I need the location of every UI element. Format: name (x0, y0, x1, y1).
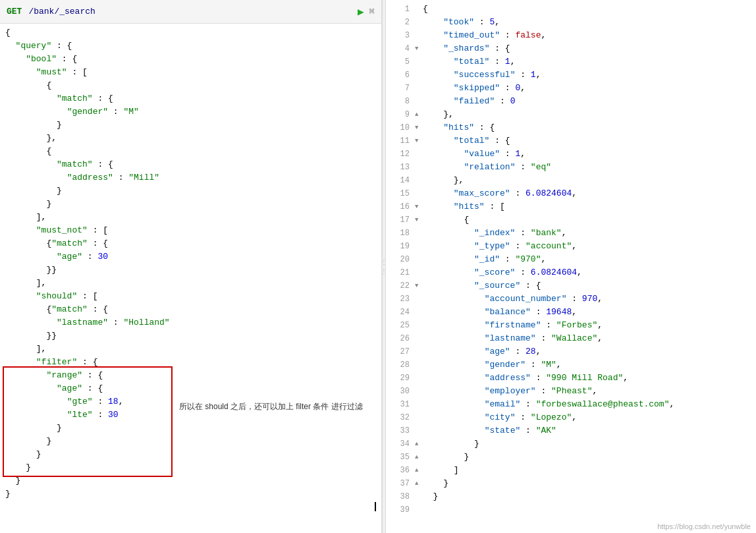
filter-annotation: 所以在 should 之后，还可以加上 filter 条件 进行过滤 (179, 401, 363, 412)
code-text: "firstname" : "Forbes", (423, 319, 751, 332)
collapse-arrow[interactable]: ▼ (415, 279, 423, 293)
line-number: 30 (391, 385, 410, 398)
left-code-line: "age" : 30 (0, 250, 381, 264)
right-code-line: 26 "lastname" : "Wallace", (386, 332, 756, 345)
left-code-line: "lastname" : "Holland" (0, 316, 381, 329)
collapse-arrow[interactable]: ▲ (415, 477, 423, 490)
left-code-line: { (0, 145, 381, 158)
right-code-area[interactable]: 1 {2 "took" : 5,3 "timed_out" : false,4▼… (386, 0, 756, 533)
right-code-line: 37▲ } (386, 477, 756, 490)
code-text: "hits" : [ (423, 200, 751, 213)
code-text: "balance" : 19648, (423, 306, 751, 319)
left-code-line: }, (0, 132, 381, 145)
line-number: 12 (391, 148, 410, 161)
right-code-line: 16▼ "hits" : [ (386, 200, 756, 213)
left-code-line: } (0, 422, 381, 435)
right-code-line: 31 "email" : "forbeswallace@pheast.com", (386, 398, 756, 411)
left-code-line: "address" : "Mill" (0, 171, 381, 184)
right-code-line: 10▼ "hits" : { (386, 121, 756, 134)
right-code-line: 17▼ { (386, 213, 756, 227)
right-code-line: 22▼ "_source" : { (386, 279, 756, 293)
left-lines: { "query" : { "bool" : { "must" : [ { "m… (0, 26, 381, 501)
left-code-line: {"match" : { (0, 237, 381, 250)
collapse-arrow[interactable]: ▼ (415, 42, 423, 55)
collapse-arrow[interactable]: ▲ (415, 464, 423, 477)
left-code-line: ], (0, 277, 381, 290)
line-number: 35 (391, 451, 410, 464)
line-number: 18 (391, 227, 410, 240)
line-number: 24 (391, 306, 410, 319)
line-number: 2 (391, 16, 410, 29)
line-number: 17 (391, 213, 410, 227)
collapse-arrow[interactable]: ▼ (415, 134, 423, 148)
code-text: { (423, 3, 751, 16)
left-code-line: } (0, 461, 381, 474)
run-button[interactable]: ▶ (358, 5, 364, 18)
code-text: "total" : { (423, 134, 751, 148)
api-url: /bank/_search (28, 7, 95, 16)
collapse-arrow[interactable]: ▲ (415, 451, 423, 464)
right-code-line: 7 "skipped" : 0, (386, 82, 756, 95)
left-code-line: {"match" : { (0, 303, 381, 316)
code-text: ] (423, 464, 751, 477)
left-code-line: "age" : { (0, 382, 381, 395)
code-text: "hits" : { (423, 121, 751, 134)
right-code-line: 3 "timed_out" : false, (386, 29, 756, 42)
left-code-line: } (0, 474, 381, 488)
left-code-line: "must_not" : [ (0, 224, 381, 237)
left-code-line: } (0, 119, 381, 132)
line-number: 38 (391, 490, 410, 503)
collapse-arrow[interactable]: ▼ (415, 121, 423, 134)
collapse-arrow[interactable]: ▼ (415, 213, 423, 227)
right-code-line: 9▲ }, (386, 108, 756, 121)
left-code-line: "must" : [ (0, 66, 381, 79)
code-text: "address" : "990 Mill Road", (423, 372, 751, 385)
right-code-line: 4▼ "_shards" : { (386, 42, 756, 55)
code-text: "state" : "AK" (423, 424, 751, 437)
left-code-line: ], (0, 343, 381, 356)
code-text: } (423, 477, 751, 490)
line-number: 32 (391, 411, 410, 424)
right-code-line: 35▲ } (386, 451, 756, 464)
line-number: 5 (391, 55, 410, 69)
left-code-line: { (0, 79, 381, 92)
left-code-line: "match" : { (0, 92, 381, 105)
code-text: "max_score" : 6.0824604, (423, 187, 751, 200)
code-text: "relation" : "eq" (423, 161, 751, 174)
right-code-line: 38 } (386, 490, 756, 503)
left-code-line: "query" : { (0, 40, 381, 53)
collapse-arrow[interactable]: ▲ (415, 437, 423, 451)
right-code-line: 25 "firstname" : "Forbes", (386, 319, 756, 332)
collapse-arrow[interactable]: ▲ (415, 108, 423, 121)
link-icon[interactable]: ⌘ (369, 6, 375, 17)
collapse-arrow[interactable]: ▼ (415, 200, 423, 213)
line-number: 22 (391, 279, 410, 293)
code-text: "total" : 1, (423, 55, 751, 69)
right-code-line: 32 "city" : "Lopezo", (386, 411, 756, 424)
code-text: "age" : 28, (423, 345, 751, 358)
left-code-line: }} (0, 329, 381, 343)
left-code-line: "gender" : "M" (0, 105, 381, 119)
right-code-line: 11▼ "total" : { (386, 134, 756, 148)
line-number: 34 (391, 437, 410, 451)
line-number: 19 (391, 240, 410, 253)
code-text: "account_number" : 970, (423, 293, 751, 306)
code-text: "lastname" : "Wallace", (423, 332, 751, 345)
left-code-line: } (0, 435, 381, 448)
line-number: 20 (391, 253, 410, 266)
line-number: 31 (391, 398, 410, 411)
toolbar-icons: ▶ ⌘ (358, 5, 375, 18)
line-number: 37 (391, 477, 410, 490)
code-text: }, (423, 174, 751, 187)
code-text: "timed_out" : false, (423, 29, 751, 42)
right-code-line: 14 }, (386, 174, 756, 187)
right-code-line: 13 "relation" : "eq" (386, 161, 756, 174)
line-number: 39 (391, 503, 410, 517)
left-code-area[interactable]: { "query" : { "bool" : { "must" : [ { "m… (0, 24, 381, 533)
line-number: 33 (391, 424, 410, 437)
right-code-line: 8 "failed" : 0 (386, 95, 756, 108)
left-code-line: } (0, 488, 381, 501)
line-number: 23 (391, 293, 410, 306)
line-number: 16 (391, 200, 410, 213)
left-code-line: } (0, 448, 381, 461)
